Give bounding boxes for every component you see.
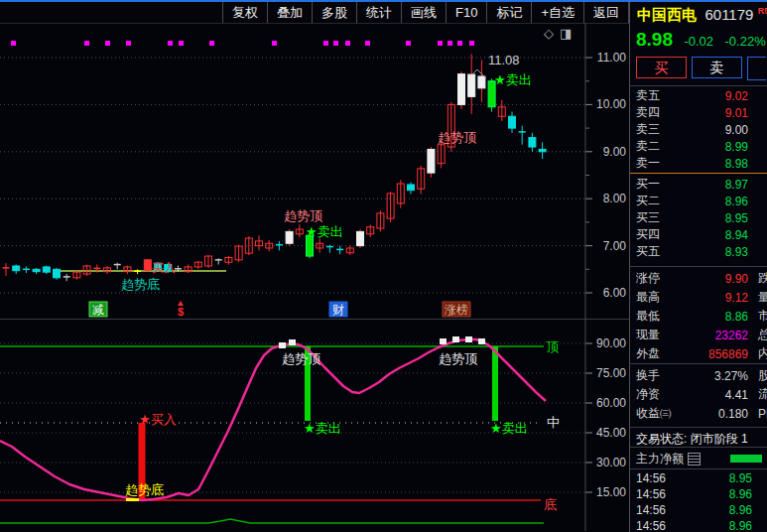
row-label: 卖五 [636, 87, 660, 104]
row-value: 8.93 [725, 245, 748, 259]
toolbar-item-标记[interactable]: 标记 [486, 2, 531, 23]
main-force-bar [730, 455, 762, 463]
svg-text:15.00: 15.00 [596, 485, 626, 499]
clipped-second-column: 内 [758, 345, 767, 362]
stat-现量: 现量23262总 [630, 326, 767, 344]
divider [630, 468, 767, 469]
clipped-second-column: 总 [758, 327, 767, 343]
stat-最高: 最高9.12量 [630, 288, 767, 307]
toolbar-item-+自选[interactable]: +自选 [531, 2, 583, 23]
candlestick-series [3, 54, 547, 281]
indicator-annotation: ★买入 [139, 412, 177, 427]
chart-toolbar: 复权叠加多股统计画线F10标记+自选返回 [0, 2, 629, 24]
indicator-annotation: 趋势底 [125, 482, 164, 497]
toolbar-item-复权[interactable]: 复权 [222, 2, 267, 23]
tick-row: 14:568.96 [630, 486, 767, 502]
stock-name: 中国西电 [637, 6, 697, 23]
svg-text:减: 减 [92, 303, 104, 317]
divider [630, 363, 767, 364]
baseline [0, 519, 544, 523]
toolbar-item-多股[interactable]: 多股 [312, 2, 356, 23]
row-label: 净资 [636, 386, 660, 403]
row-label: 卖三 [636, 121, 660, 138]
row-value: 9.01 [725, 106, 748, 120]
sell-level-卖二[interactable]: 卖二8.99 [630, 138, 767, 155]
buy-level-买一[interactable]: 买一8.97 [630, 176, 767, 193]
svg-text:10.00: 10.00 [596, 97, 626, 111]
tick-row: 14:568.96 [630, 502, 767, 518]
last-price: 8.98 [636, 29, 673, 50]
main-force-row: 主力净额 [630, 450, 767, 467]
svg-text:30.00: 30.00 [596, 456, 626, 469]
divider [630, 266, 767, 267]
bottom-mark [126, 498, 139, 501]
tick-time: 14:56 [636, 487, 666, 501]
buy-level-买四[interactable]: 买四8.94 [630, 226, 767, 243]
svg-text:11.00: 11.00 [597, 51, 626, 65]
svg-text:45.00: 45.00 [596, 426, 626, 440]
row-label: 最高 [636, 289, 660, 306]
top-label: 顶 [546, 339, 560, 354]
stats-block-1: 涨停9.90跌最高9.12量最低8.86市现量23262总外盘856869内 [630, 269, 767, 363]
sell-level-卖五[interactable]: 卖五9.02 [630, 87, 767, 104]
toolbar-item-统计[interactable]: 统计 [356, 2, 401, 23]
trading-status: 交易状态: 闭市阶段 1 [630, 431, 767, 448]
toolbar-item-F10[interactable]: F10 [446, 2, 486, 23]
magenta-dot-markers [11, 41, 474, 46]
indicator-annotation: ★卖出 [490, 421, 528, 436]
toolbar-item-返回[interactable]: 返回 [583, 2, 629, 23]
clipped-second-column: 市 [758, 308, 767, 325]
tick-time: 14:56 [636, 519, 666, 532]
price-divider [630, 173, 767, 174]
buy-level-买三[interactable]: 买三8.95 [630, 209, 767, 226]
trade-buttons: 买 卖 [630, 57, 767, 82]
row-value: 856869 [708, 347, 748, 361]
detail-list-icon[interactable] [688, 453, 701, 466]
row-label: 收益㈢ [636, 405, 672, 422]
row-value: 8.95 [725, 211, 748, 225]
row-value: 8.98 [725, 157, 748, 171]
tick-price: 8.96 [729, 519, 752, 532]
row-value: 3.27% [714, 369, 748, 383]
buy-button[interactable]: 买 [636, 57, 687, 78]
price-change: -0.02 [684, 34, 713, 49]
row-value: 8.86 [725, 310, 748, 324]
peak-mark [452, 336, 459, 342]
sell-level-卖四[interactable]: 卖四9.01 [630, 104, 767, 121]
trend-indicator-chart[interactable]: 90.0075.0060.0045.0030.0015.00顶中底★买入趋势底趋… [0, 320, 629, 531]
buy-level-买二[interactable]: 买二8.96 [630, 193, 767, 209]
stat-收益㈢: 收益㈢0.180PE [630, 404, 767, 423]
buy-level-买五[interactable]: 买五8.93 [630, 243, 767, 260]
extra-button-clipped[interactable] [747, 57, 766, 80]
divider [630, 85, 767, 86]
quote-panel: 中国西电 601179 R5 8.98 -0.02 -0.22% 买 卖 卖五9… [629, 2, 767, 532]
svg-text:财: 财 [332, 303, 344, 317]
stat-外盘: 外盘856869内 [630, 344, 767, 363]
row-value: 9.90 [725, 272, 748, 286]
divider [630, 427, 767, 428]
chart-corner-icons: ◇◨ [544, 26, 577, 41]
peak-mark [289, 339, 296, 345]
toolbar-item-叠加[interactable]: 叠加 [267, 2, 312, 23]
peak-mark [478, 338, 485, 344]
sell-button[interactable]: 卖 [692, 57, 742, 78]
buy-levels: 买一8.97买二8.96买三8.95买四8.94买五8.93 [630, 176, 767, 260]
row-value: 4.41 [725, 388, 748, 402]
diamond-icon[interactable]: ◇ [544, 26, 560, 41]
row-label: 买五 [636, 243, 660, 260]
row-label: 卖四 [636, 104, 660, 121]
divider [630, 447, 767, 448]
row-value: 8.99 [725, 140, 748, 154]
sell-level-卖三[interactable]: 卖三9.00 [630, 121, 767, 138]
peak-mark [465, 336, 472, 342]
candlestick-chart[interactable]: 11.0010.009.008.007.006.0011.08买入趋势底趋势顶★… [0, 23, 629, 319]
main-force-label: 主力净额 [636, 451, 684, 467]
chart-annotation: ★卖出 [306, 224, 343, 239]
sell-level-卖一[interactable]: 卖一8.98 [630, 155, 767, 172]
toolbar-item-画线[interactable]: 画线 [401, 2, 446, 23]
indicator-annotation: 趋势顶 [282, 351, 321, 366]
split-screen-icon[interactable]: ◨ [560, 26, 577, 41]
stock-code: 601179 [704, 6, 753, 23]
tick-price: 8.96 [729, 503, 752, 517]
main-gridlines: 11.0010.009.008.007.006.00 [0, 51, 626, 300]
